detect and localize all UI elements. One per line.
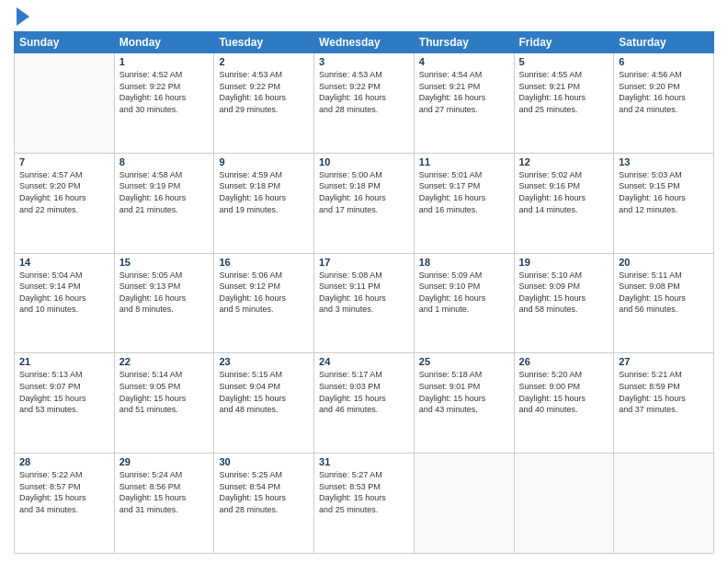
logo-text: [14, 9, 29, 26]
calendar-cell: 10Sunrise: 5:00 AM Sunset: 9:18 PM Dayli…: [314, 153, 415, 253]
calendar-week-row: 14Sunrise: 5:04 AM Sunset: 9:14 PM Dayli…: [15, 253, 714, 353]
day-number: 18: [419, 257, 509, 268]
day-info: Sunrise: 5:03 AM Sunset: 9:15 PM Dayligh…: [619, 169, 709, 215]
calendar-cell: 25Sunrise: 5:18 AM Sunset: 9:01 PM Dayli…: [414, 353, 514, 454]
day-header: Friday: [514, 32, 614, 53]
day-number: 6: [619, 56, 709, 67]
day-info: Sunrise: 4:56 AM Sunset: 9:20 PM Dayligh…: [619, 69, 709, 115]
calendar-cell: 3Sunrise: 4:53 AM Sunset: 9:22 PM Daylig…: [314, 53, 415, 154]
day-info: Sunrise: 4:59 AM Sunset: 9:18 PM Dayligh…: [219, 169, 309, 215]
day-number: 16: [219, 257, 309, 268]
day-header: Sunday: [15, 32, 115, 53]
calendar-cell: 4Sunrise: 4:54 AM Sunset: 9:21 PM Daylig…: [414, 53, 514, 154]
day-info: Sunrise: 5:02 AM Sunset: 9:16 PM Dayligh…: [519, 169, 609, 215]
calendar-cell: 31Sunrise: 5:27 AM Sunset: 8:53 PM Dayli…: [314, 454, 415, 554]
day-number: 17: [319, 257, 409, 268]
day-info: Sunrise: 5:14 AM Sunset: 9:05 PM Dayligh…: [119, 369, 210, 415]
day-info: Sunrise: 5:04 AM Sunset: 9:14 PM Dayligh…: [19, 270, 109, 316]
day-number: 12: [519, 156, 609, 167]
calendar-cell: 29Sunrise: 5:24 AM Sunset: 8:56 PM Dayli…: [114, 454, 214, 554]
day-info: Sunrise: 5:11 AM Sunset: 9:08 PM Dayligh…: [619, 270, 709, 316]
day-number: 26: [519, 356, 609, 367]
logo-arrow-icon: [17, 7, 29, 26]
day-info: Sunrise: 5:17 AM Sunset: 9:03 PM Dayligh…: [319, 369, 409, 415]
page: SundayMondayTuesdayWednesdayThursdayFrid…: [0, 0, 728, 563]
calendar-cell: 7Sunrise: 4:57 AM Sunset: 9:20 PM Daylig…: [15, 153, 115, 253]
calendar-cell: 9Sunrise: 4:59 AM Sunset: 9:18 PM Daylig…: [214, 153, 314, 253]
calendar-cell: 2Sunrise: 4:53 AM Sunset: 9:22 PM Daylig…: [214, 53, 314, 154]
calendar-table: SundayMondayTuesdayWednesdayThursdayFrid…: [14, 31, 714, 554]
day-header: Thursday: [414, 32, 514, 53]
day-number: 31: [319, 456, 409, 467]
calendar-cell: 12Sunrise: 5:02 AM Sunset: 9:16 PM Dayli…: [514, 153, 614, 253]
day-number: 19: [519, 257, 609, 268]
day-info: Sunrise: 5:10 AM Sunset: 9:09 PM Dayligh…: [519, 270, 609, 316]
calendar-cell: 19Sunrise: 5:10 AM Sunset: 9:09 PM Dayli…: [514, 253, 614, 353]
day-number: 4: [419, 56, 509, 67]
calendar-cell: 27Sunrise: 5:21 AM Sunset: 8:59 PM Dayli…: [614, 353, 714, 454]
day-info: Sunrise: 4:53 AM Sunset: 9:22 PM Dayligh…: [219, 69, 309, 115]
calendar-cell: 21Sunrise: 5:13 AM Sunset: 9:07 PM Dayli…: [15, 353, 115, 454]
day-info: Sunrise: 4:53 AM Sunset: 9:22 PM Dayligh…: [319, 69, 409, 115]
day-number: 5: [519, 56, 609, 67]
day-info: Sunrise: 5:21 AM Sunset: 8:59 PM Dayligh…: [619, 369, 709, 415]
day-info: Sunrise: 5:20 AM Sunset: 9:00 PM Dayligh…: [519, 369, 609, 415]
calendar-week-row: 21Sunrise: 5:13 AM Sunset: 9:07 PM Dayli…: [15, 353, 714, 454]
day-info: Sunrise: 5:06 AM Sunset: 9:12 PM Dayligh…: [219, 270, 309, 316]
calendar-cell: [614, 454, 714, 554]
calendar-cell: [514, 454, 614, 554]
day-info: Sunrise: 5:25 AM Sunset: 8:54 PM Dayligh…: [219, 469, 309, 515]
day-number: 1: [119, 56, 210, 67]
day-number: 29: [119, 456, 210, 467]
calendar-cell: 1Sunrise: 4:52 AM Sunset: 9:22 PM Daylig…: [114, 53, 214, 154]
day-info: Sunrise: 5:15 AM Sunset: 9:04 PM Dayligh…: [219, 369, 309, 415]
day-number: 20: [619, 257, 709, 268]
day-number: 10: [319, 156, 409, 167]
day-number: 30: [219, 456, 309, 467]
calendar-week-row: 1Sunrise: 4:52 AM Sunset: 9:22 PM Daylig…: [15, 53, 714, 154]
calendar-cell: [414, 454, 514, 554]
calendar-cell: 18Sunrise: 5:09 AM Sunset: 9:10 PM Dayli…: [414, 253, 514, 353]
calendar-cell: 22Sunrise: 5:14 AM Sunset: 9:05 PM Dayli…: [114, 353, 214, 454]
day-header: Saturday: [614, 32, 714, 53]
day-info: Sunrise: 4:57 AM Sunset: 9:20 PM Dayligh…: [19, 169, 109, 215]
day-number: 24: [319, 356, 409, 367]
calendar-cell: 23Sunrise: 5:15 AM Sunset: 9:04 PM Dayli…: [214, 353, 314, 454]
day-header: Wednesday: [314, 32, 415, 53]
day-number: 22: [119, 356, 210, 367]
day-info: Sunrise: 5:01 AM Sunset: 9:17 PM Dayligh…: [419, 169, 509, 215]
day-header: Tuesday: [214, 32, 314, 53]
day-info: Sunrise: 4:54 AM Sunset: 9:21 PM Dayligh…: [419, 69, 509, 115]
header: [14, 9, 714, 26]
day-number: 23: [219, 356, 309, 367]
day-info: Sunrise: 5:27 AM Sunset: 8:53 PM Dayligh…: [319, 469, 409, 515]
day-info: Sunrise: 5:08 AM Sunset: 9:11 PM Dayligh…: [319, 270, 409, 316]
day-info: Sunrise: 4:55 AM Sunset: 9:21 PM Dayligh…: [519, 69, 609, 115]
day-number: 7: [19, 156, 109, 167]
calendar-cell: 6Sunrise: 4:56 AM Sunset: 9:20 PM Daylig…: [614, 53, 714, 154]
day-info: Sunrise: 5:18 AM Sunset: 9:01 PM Dayligh…: [419, 369, 509, 415]
day-info: Sunrise: 4:52 AM Sunset: 9:22 PM Dayligh…: [119, 69, 210, 115]
calendar-week-row: 7Sunrise: 4:57 AM Sunset: 9:20 PM Daylig…: [15, 153, 714, 253]
day-number: 27: [619, 356, 709, 367]
day-number: 8: [119, 156, 210, 167]
header-row: SundayMondayTuesdayWednesdayThursdayFrid…: [15, 32, 714, 53]
calendar-cell: 17Sunrise: 5:08 AM Sunset: 9:11 PM Dayli…: [314, 253, 415, 353]
calendar-cell: 16Sunrise: 5:06 AM Sunset: 9:12 PM Dayli…: [214, 253, 314, 353]
calendar-cell: 30Sunrise: 5:25 AM Sunset: 8:54 PM Dayli…: [214, 454, 314, 554]
calendar-cell: 5Sunrise: 4:55 AM Sunset: 9:21 PM Daylig…: [514, 53, 614, 154]
day-info: Sunrise: 5:00 AM Sunset: 9:18 PM Dayligh…: [319, 169, 409, 215]
day-number: 21: [19, 356, 109, 367]
day-info: Sunrise: 5:09 AM Sunset: 9:10 PM Dayligh…: [419, 270, 509, 316]
calendar-cell: 11Sunrise: 5:01 AM Sunset: 9:17 PM Dayli…: [414, 153, 514, 253]
day-info: Sunrise: 5:24 AM Sunset: 8:56 PM Dayligh…: [119, 469, 210, 515]
calendar-cell: 8Sunrise: 4:58 AM Sunset: 9:19 PM Daylig…: [114, 153, 214, 253]
day-info: Sunrise: 5:22 AM Sunset: 8:57 PM Dayligh…: [19, 469, 109, 515]
calendar-cell: [15, 53, 115, 154]
day-number: 9: [219, 156, 309, 167]
day-number: 11: [419, 156, 509, 167]
day-header: Monday: [114, 32, 214, 53]
day-number: 14: [19, 257, 109, 268]
day-info: Sunrise: 5:13 AM Sunset: 9:07 PM Dayligh…: [19, 369, 109, 415]
day-number: 28: [19, 456, 109, 467]
